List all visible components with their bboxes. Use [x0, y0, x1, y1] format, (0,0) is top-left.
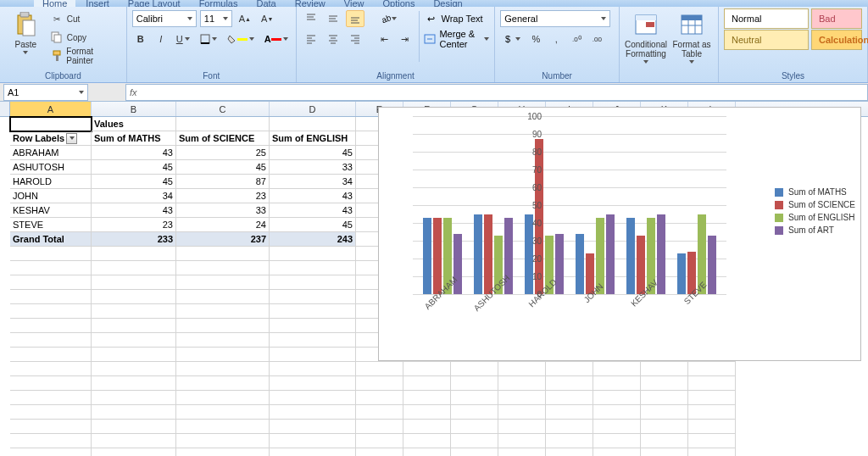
pivot-value[interactable]: 43: [92, 146, 176, 160]
cell[interactable]: [498, 391, 546, 405]
comma-button[interactable]: ,: [548, 31, 565, 47]
cell[interactable]: [451, 376, 498, 391]
pivot-grand-value[interactable]: 237: [176, 232, 270, 247]
cell[interactable]: [593, 405, 641, 420]
cell[interactable]: [688, 362, 736, 376]
cell[interactable]: [546, 420, 593, 434]
formula-input[interactable]: fx: [125, 84, 868, 101]
pivot-value[interactable]: 34: [270, 175, 356, 189]
cell[interactable]: [92, 391, 176, 405]
align-bottom-button[interactable]: [346, 10, 364, 27]
pivot-value[interactable]: 43: [270, 189, 356, 203]
cell[interactable]: [176, 290, 270, 304]
style-normal[interactable]: Normal: [724, 8, 809, 29]
cell[interactable]: [92, 434, 176, 448]
cell[interactable]: [176, 261, 270, 275]
cell[interactable]: [498, 420, 546, 434]
cell[interactable]: [92, 420, 176, 434]
cell[interactable]: [10, 391, 92, 405]
cell[interactable]: [270, 117, 356, 131]
pivot-value[interactable]: 43: [92, 203, 176, 218]
cell[interactable]: [270, 333, 356, 348]
cell[interactable]: [451, 405, 498, 420]
cell[interactable]: [688, 420, 736, 434]
pivot-value[interactable]: 25: [176, 146, 270, 160]
cell[interactable]: [498, 448, 546, 456]
cell[interactable]: [270, 376, 356, 391]
accounting-format-button[interactable]: $: [500, 31, 524, 47]
percent-button[interactable]: %: [527, 31, 544, 47]
underline-button[interactable]: U: [173, 31, 193, 47]
cell[interactable]: [92, 348, 176, 362]
pivot-value[interactable]: 45: [270, 218, 356, 232]
embedded-chart[interactable]: Sum of MATHSSum of SCIENCESum of ENGLISH…: [378, 107, 861, 361]
cell[interactable]: [10, 376, 92, 391]
cell[interactable]: [176, 420, 270, 434]
cell[interactable]: [270, 434, 356, 448]
cell[interactable]: [270, 362, 356, 376]
cell[interactable]: [641, 362, 688, 376]
tab-options[interactable]: Options: [374, 0, 423, 7]
cell[interactable]: [641, 405, 688, 420]
cell[interactable]: [176, 333, 270, 348]
col-header-A[interactable]: A: [10, 102, 92, 116]
tab-home[interactable]: Home: [34, 0, 75, 7]
cell[interactable]: [176, 434, 270, 448]
cell[interactable]: [356, 376, 403, 391]
cell[interactable]: [403, 376, 451, 391]
cell[interactable]: [176, 376, 270, 391]
cell[interactable]: [270, 448, 356, 456]
cell[interactable]: [688, 448, 736, 456]
border-button[interactable]: [197, 31, 220, 47]
cell[interactable]: [10, 348, 92, 362]
align-center-button[interactable]: [324, 31, 342, 47]
cell[interactable]: [270, 290, 356, 304]
cell[interactable]: [92, 405, 176, 420]
tab-insert[interactable]: Insert: [77, 0, 118, 7]
pivot-row-label[interactable]: STEVE: [10, 218, 92, 232]
cell[interactable]: [10, 420, 92, 434]
font-color-button[interactable]: A: [261, 31, 292, 47]
cell[interactable]: [356, 448, 403, 456]
pivot-row-label[interactable]: ABRAHAM: [10, 146, 92, 160]
pivot-row-label[interactable]: HAROLD: [10, 175, 92, 189]
pivot-rowlabels-header[interactable]: Row Labels: [10, 131, 92, 146]
pivot-row-label[interactable]: KESHAV: [10, 203, 92, 218]
cell[interactable]: [270, 304, 356, 319]
cell[interactable]: [270, 420, 356, 434]
cell[interactable]: [176, 247, 270, 261]
pivot-value[interactable]: 45: [92, 175, 176, 189]
tab-design[interactable]: Design: [425, 0, 470, 7]
format-painter-button[interactable]: Format Painter: [50, 47, 121, 65]
cell[interactable]: [403, 420, 451, 434]
increase-font-button[interactable]: A▲: [236, 10, 254, 27]
cell[interactable]: [10, 275, 92, 290]
cell[interactable]: [10, 290, 92, 304]
cell[interactable]: [10, 333, 92, 348]
cell[interactable]: [10, 319, 92, 333]
cell[interactable]: [176, 304, 270, 319]
style-calculation[interactable]: Calculation: [811, 30, 862, 50]
cell[interactable]: [688, 405, 736, 420]
cell[interactable]: [498, 405, 546, 420]
filter-icon[interactable]: [66, 133, 77, 144]
cell[interactable]: [92, 376, 176, 391]
cell[interactable]: [176, 391, 270, 405]
cell[interactable]: [356, 391, 403, 405]
align-right-button[interactable]: [346, 31, 364, 47]
pivot-value[interactable]: 23: [92, 218, 176, 232]
cell[interactable]: [451, 434, 498, 448]
cell[interactable]: [92, 333, 176, 348]
cell[interactable]: [641, 391, 688, 405]
cell[interactable]: [176, 319, 270, 333]
cell[interactable]: [546, 362, 593, 376]
pivot-grand-value[interactable]: 243: [270, 232, 356, 247]
col-header-B[interactable]: B: [92, 102, 176, 116]
cell[interactable]: [10, 261, 92, 275]
cell[interactable]: [10, 247, 92, 261]
cell[interactable]: [270, 247, 356, 261]
italic-button[interactable]: I: [153, 31, 170, 47]
tab-view[interactable]: View: [336, 0, 373, 7]
cell[interactable]: [176, 405, 270, 420]
cell[interactable]: [593, 391, 641, 405]
